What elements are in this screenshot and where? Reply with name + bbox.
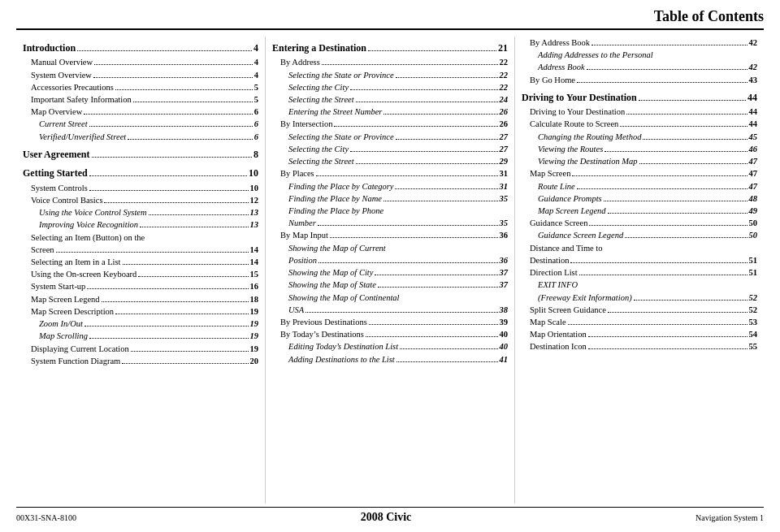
footer-center: 2008 Civic bbox=[361, 511, 412, 524]
footer-right: Navigation System 1 bbox=[696, 513, 764, 522]
footer: 00X31-SNA-8100 2008 Civic Navigation Sys… bbox=[16, 507, 764, 524]
toc-columns: Introduction 4 Manual Overview 4 System … bbox=[16, 37, 764, 504]
section-getting-started: Getting Started 10 System Controls 10 Vo… bbox=[23, 167, 258, 367]
page: Table of Contents Introduction 4 Manual … bbox=[0, 0, 780, 532]
intro-label: Introduction bbox=[23, 41, 76, 55]
section-by-address-book: By Address Book 42 Adding Addresses to t… bbox=[522, 37, 757, 86]
footer-left: 00X31-SNA-8100 bbox=[16, 513, 76, 522]
section-driving-destination: Driving to Your Destination 44 Driving t… bbox=[522, 91, 757, 353]
toc-col1: Introduction 4 Manual Overview 4 System … bbox=[16, 37, 266, 504]
section-entering-destination: Entering a Destination 21 By Address 22 … bbox=[272, 41, 508, 365]
page-title: Table of Contents bbox=[16, 8, 764, 30]
toc-col3: By Address Book 42 Adding Addresses to t… bbox=[515, 37, 764, 504]
section-user-agreement: User Agreement 8 bbox=[23, 148, 258, 162]
toc-col2: Entering a Destination 21 By Address 22 … bbox=[266, 37, 515, 504]
section-introduction: Introduction 4 Manual Overview 4 System … bbox=[23, 41, 258, 143]
